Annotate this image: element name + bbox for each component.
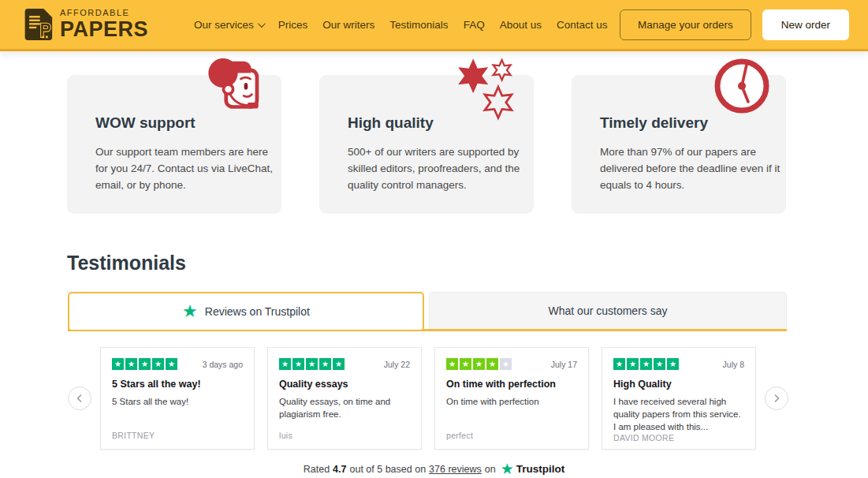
stars-icon (453, 56, 520, 127)
star-filled-icon: ★ (654, 358, 665, 370)
review-date: July 22 (384, 360, 410, 369)
review-text: On time with perfection (446, 395, 577, 408)
clock-icon (712, 56, 772, 119)
rating-middle: out of 5 based on (349, 464, 426, 475)
nav-item-testimonials[interactable]: Testimonials (389, 19, 448, 31)
nav-item-faq[interactable]: FAQ (464, 19, 485, 31)
nav-item-contact-us[interactable]: Contact us (557, 19, 608, 31)
star-filled-icon: ★ (446, 358, 458, 370)
review-card[interactable]: ★★★★★ 3 days ago 5 Stars all the way! 5 … (100, 347, 255, 450)
logo-line1: AFFORDABLE (60, 9, 148, 17)
tab-label: Reviews on Trustpilot (205, 305, 310, 318)
features-section: WOW support Our support team members are… (67, 75, 787, 214)
chevron-left-icon (75, 394, 84, 403)
carousel-next-button[interactable] (765, 387, 788, 410)
feature-card-quality: High quality 500+ of our writers are sup… (319, 75, 534, 214)
review-card[interactable]: ★★★★★ July 17 On time with perfection On… (434, 347, 589, 450)
carousel-prev-button[interactable] (68, 387, 91, 410)
star-filled-icon: ★ (319, 358, 331, 370)
review-cards: ★★★★★ 3 days ago 5 Stars all the way! 5 … (100, 347, 756, 450)
review-card[interactable]: ★★★★★ July 22 Quality essays Quality ess… (267, 347, 422, 450)
star-filled-icon: ★ (486, 358, 498, 370)
nav: Our servicesPricesOur writersTestimonial… (194, 19, 607, 31)
star-filled-icon: ★ (139, 358, 151, 370)
review-text: Quality essays, on time and plagiarism f… (279, 395, 410, 420)
review-title: High Quality (613, 379, 744, 390)
star-rating-icons: ★★★★★ (112, 358, 179, 370)
review-rating: ★★★★★ 3 days ago (112, 358, 243, 370)
review-title: Quality essays (279, 379, 410, 390)
star-filled-icon: ★ (333, 358, 345, 370)
feature-text: Our support team members are here for yo… (95, 144, 281, 194)
star-filled-icon: ★ (279, 358, 291, 370)
nav-item-prices[interactable]: Prices (278, 19, 308, 31)
review-title: 5 Stars all the way! (112, 379, 243, 390)
star-filled-icon: ★ (473, 358, 485, 370)
new-order-button[interactable]: New order (762, 9, 849, 40)
review-title: On time with perfection (446, 379, 577, 390)
logo-text: AFFORDABLE PAPERS (60, 9, 148, 40)
header-actions: Manage your orders New order (620, 9, 849, 40)
reviews-count-link[interactable]: 376 reviews (429, 464, 482, 475)
star-filled-icon: ★ (125, 358, 137, 370)
feature-text: 500+ of our writers are supported by ski… (348, 144, 534, 194)
support-agent-icon (201, 56, 267, 129)
logo[interactable]: AFFORDABLE PAPERS (22, 6, 148, 43)
rating-line: Rated 4.7 out of 5 based on 376 reviews … (0, 461, 868, 476)
star-filled-icon: ★ (152, 358, 164, 370)
review-author: DAVID MOORE (613, 433, 744, 443)
star-empty-icon: ★ (500, 358, 512, 370)
tab-what-our-customers-say[interactable]: What our customers say (429, 292, 787, 329)
tab-label: What our customers say (549, 304, 668, 317)
nav-item-about-us[interactable]: About us (500, 19, 542, 31)
star-rating-icons: ★★★★★ (279, 358, 346, 370)
star-filled-icon: ★ (306, 358, 318, 370)
star-filled-icon: ★ (627, 358, 639, 370)
review-author: luis (279, 431, 410, 440)
feature-text: More than 97% of our papers are delivere… (600, 144, 786, 194)
star-filled-icon: ★ (166, 358, 177, 370)
tab-reviews-on-trustpilot[interactable]: ★ Reviews on Trustpilot (68, 292, 424, 331)
star-filled-icon: ★ (112, 358, 124, 370)
page: AFFORDABLE PAPERS Our servicesPricesOur … (0, 0, 868, 478)
star-filled-icon: ★ (460, 358, 471, 370)
rating-score: 4.7 (333, 464, 346, 475)
rating-suffix: on (485, 464, 496, 475)
review-author: perfect (446, 431, 577, 440)
feature-card-delivery: Timely delivery More than 97% of our pap… (572, 75, 786, 214)
logo-line2: PAPERS (60, 19, 148, 40)
rating-prefix: Rated (304, 464, 330, 475)
nav-item-our-writers[interactable]: Our writers (322, 19, 374, 31)
star-rating-icons: ★★★★★ (613, 358, 680, 370)
review-date: July 8 (723, 360, 744, 369)
review-date: 3 days ago (203, 360, 243, 369)
trustpilot-star-icon: ★ (501, 461, 514, 476)
chevron-right-icon (772, 394, 781, 403)
manage-orders-button[interactable]: Manage your orders (620, 9, 751, 40)
star-rating-icons: ★★★★★ (446, 358, 513, 370)
document-logo-icon (22, 6, 54, 43)
star-filled-icon: ★ (613, 358, 625, 370)
review-text: I have received several high quality pap… (613, 395, 744, 433)
star-filled-icon: ★ (667, 358, 679, 370)
nav-item-our-services[interactable]: Our services (194, 19, 263, 31)
testimonials-heading: Testimonials (67, 252, 868, 274)
chevron-down-icon (258, 20, 266, 28)
star-filled-icon: ★ (640, 358, 652, 370)
review-rating: ★★★★★ July 17 (446, 358, 577, 370)
trustpilot-logo[interactable]: ★ Trustpilot (501, 461, 565, 476)
header: AFFORDABLE PAPERS Our servicesPricesOur … (0, 0, 868, 51)
testimonials-tabs: ★ Reviews on Trustpilot What our custome… (68, 292, 787, 331)
review-rating: ★★★★★ July 22 (279, 358, 410, 370)
star-filled-icon: ★ (292, 358, 304, 370)
review-author: BRITTNEY (112, 431, 243, 440)
trustpilot-brand-name: Trustpilot (516, 463, 565, 475)
review-text: 5 Stars all the way! (112, 395, 243, 408)
trustpilot-star-icon: ★ (182, 303, 198, 320)
review-date: July 17 (551, 360, 577, 369)
reviews-carousel: ★★★★★ 3 days ago 5 Stars all the way! 5 … (68, 347, 787, 450)
review-rating: ★★★★★ July 8 (613, 358, 744, 370)
feature-card-support: WOW support Our support team members are… (67, 75, 281, 214)
review-card[interactable]: ★★★★★ July 8 High Quality I have receive… (602, 347, 756, 450)
